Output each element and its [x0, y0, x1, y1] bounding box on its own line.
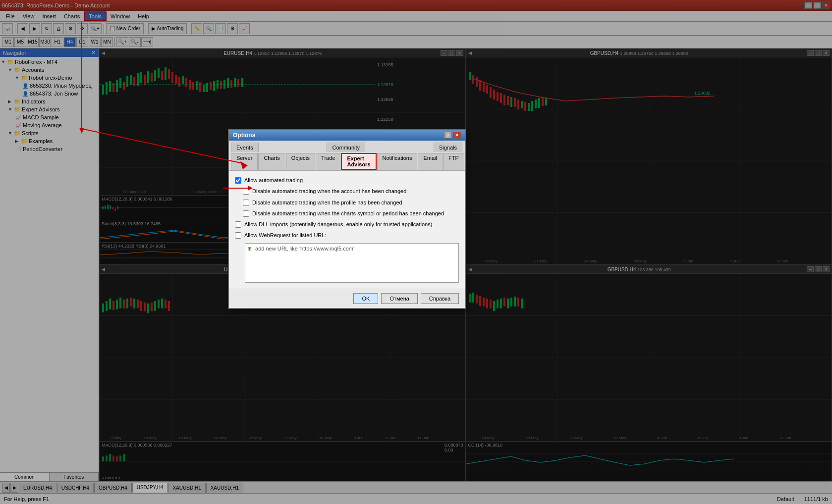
chk-allow-dll-label: Allow DLL imports (potentially dangerous…: [244, 221, 432, 228]
modal-overlay: Options ? ✕ Events Community Signals Ser…: [0, 0, 832, 504]
dialog-tab-expert-advisors[interactable]: Expert Advisors: [341, 153, 376, 170]
dialog-ok-button[interactable]: OK: [353, 293, 378, 304]
dialog-help-btn[interactable]: ?: [444, 132, 452, 139]
dialog-tab-community[interactable]: Community: [327, 143, 365, 152]
dialog-title-text: Options: [233, 132, 255, 139]
dialog-tab-server[interactable]: Server: [231, 153, 258, 170]
dialog-button-row: OK Отмена Справка: [229, 289, 465, 308]
dialog-tab-charts[interactable]: Charts: [258, 153, 285, 170]
dialog-tab-ftp[interactable]: FTP: [443, 153, 464, 170]
chk-allow-automated[interactable]: [235, 177, 241, 184]
checkbox-disable-symbol-changed: Disable automated trading when the chart…: [235, 210, 459, 217]
checkbox-allow-automated: Allow automated trading: [235, 177, 459, 184]
dialog-tab-notifications[interactable]: Notifications: [377, 153, 418, 170]
dialog-title-bar: Options ? ✕: [229, 130, 465, 141]
chk-disable-account-label: Disable automated trading when the accou…: [252, 188, 406, 195]
chk-disable-account[interactable]: [243, 188, 249, 195]
chk-disable-profile[interactable]: [243, 200, 249, 206]
dialog-tabs-container: Events Community Signals Server Charts O…: [229, 141, 465, 171]
dialog-tabs-row2: Server Charts Objects Trade Expert Advis…: [231, 153, 463, 170]
dialog-close-btn[interactable]: ✕: [453, 132, 461, 139]
dialog-help-button[interactable]: Справка: [421, 293, 459, 304]
url-add-icon: ⊕: [247, 246, 252, 252]
dialog-content: Allow automated trading Disable automate…: [229, 171, 465, 289]
chk-disable-symbol[interactable]: [243, 210, 249, 217]
dialog-tab-signals[interactable]: Signals: [434, 143, 462, 152]
chk-allow-dll[interactable]: [235, 221, 241, 228]
dialog-tab-trade[interactable]: Trade: [316, 153, 340, 170]
url-listbox[interactable]: ⊕ add new URL like 'https://www.mql5.com…: [245, 243, 459, 283]
dialog-cancel-button[interactable]: Отмена: [381, 293, 417, 304]
chk-allow-webrequest[interactable]: [235, 232, 241, 239]
dialog-title-controls: ? ✕: [444, 132, 461, 139]
dialog-tab-events[interactable]: Events: [231, 143, 259, 152]
dialog-tab-email[interactable]: Email: [418, 153, 443, 170]
chk-allow-automated-label: Allow automated trading: [244, 177, 303, 184]
checkbox-disable-profile-changed: Disable automated trading when the profi…: [235, 199, 459, 206]
chk-disable-profile-label: Disable automated trading when the profi…: [252, 199, 402, 206]
url-add-hint: add new URL like 'https://www.mql5.com': [255, 246, 354, 252]
chk-disable-symbol-label: Disable automated trading when the chart…: [252, 210, 444, 217]
chk-allow-webrequest-label: Allow WebRequest for listed URL:: [244, 232, 326, 239]
checkbox-disable-account-changed: Disable automated trading when the accou…: [235, 188, 459, 195]
dialog-tabs-row1: Events Community Signals: [231, 143, 463, 152]
dialog-tab-objects[interactable]: Objects: [286, 153, 315, 170]
checkbox-allow-dll: Allow DLL imports (potentially dangerous…: [235, 221, 459, 228]
options-dialog: Options ? ✕ Events Community Signals Ser…: [228, 129, 466, 309]
checkbox-allow-webrequest: Allow WebRequest for listed URL:: [235, 232, 459, 239]
